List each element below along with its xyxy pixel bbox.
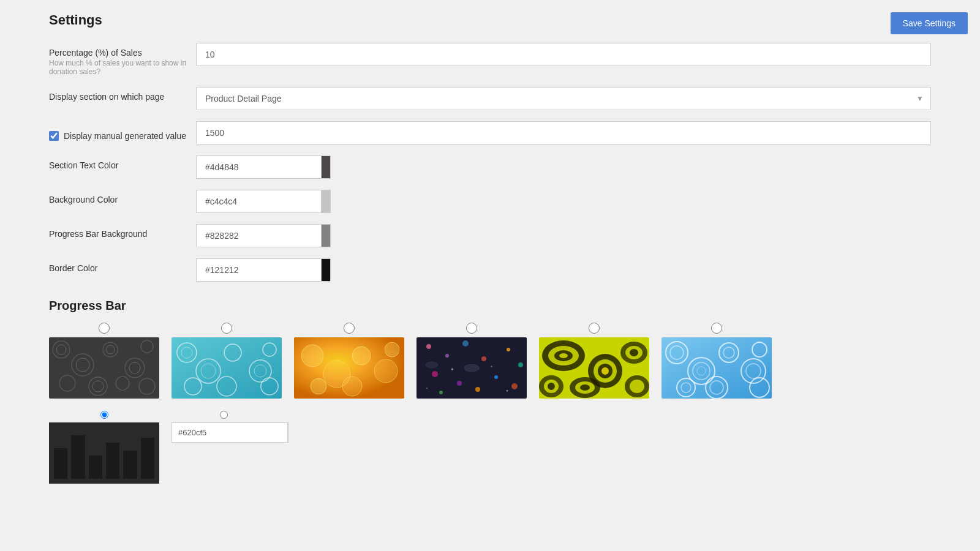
section-text-color-swatch[interactable] xyxy=(321,156,331,179)
pb-image-1 xyxy=(49,337,159,399)
background-color-label: Background Color xyxy=(49,195,196,204)
svg-point-47 xyxy=(475,387,480,392)
percentage-label: Percentage (%) of Sales xyxy=(49,48,196,58)
manual-value-row: Display manual generated value xyxy=(49,121,931,144)
svg-point-46 xyxy=(439,391,443,394)
display-section-select[interactable]: Product Detail Page Cart Page Checkout P… xyxy=(196,87,931,110)
yellow-swirl-icon xyxy=(539,337,649,399)
svg-point-43 xyxy=(457,381,462,386)
svg-point-53 xyxy=(426,362,438,368)
teal-bubbles-icon xyxy=(172,337,282,399)
svg-point-30 xyxy=(352,347,371,365)
pb-image-3 xyxy=(294,337,404,399)
bar-3 xyxy=(89,455,102,479)
svg-point-42 xyxy=(432,371,438,377)
pb-image-6 xyxy=(662,337,772,399)
pb-option-4: ✦ ✦ ✦ ✦ xyxy=(417,323,527,399)
pb-radio-5[interactable] xyxy=(589,323,600,334)
pb-radio-4[interactable] xyxy=(466,323,477,334)
svg-point-38 xyxy=(462,340,469,347)
svg-text:✦: ✦ xyxy=(490,365,493,369)
pb-radio-3[interactable] xyxy=(344,323,355,334)
background-color-swatch[interactable] xyxy=(321,190,331,213)
background-color-row: Background Color xyxy=(49,190,931,213)
svg-point-52 xyxy=(464,364,479,372)
display-section-row: Display section on which page Product De… xyxy=(49,87,931,110)
svg-point-58 xyxy=(559,353,568,358)
svg-point-31 xyxy=(374,359,398,383)
svg-point-33 xyxy=(342,377,362,396)
percentage-input[interactable] xyxy=(196,43,931,66)
manual-value-input[interactable] xyxy=(196,121,931,144)
border-color-row: Border Color xyxy=(49,258,931,282)
pb-radio-6[interactable] xyxy=(711,323,722,334)
pb-option-6 xyxy=(662,323,772,399)
section-text-color-input[interactable] xyxy=(196,156,321,179)
background-color-input[interactable] xyxy=(196,190,321,213)
progress-bar-bg-swatch[interactable] xyxy=(321,224,331,247)
progress-bar-options-grid: ✦ ✦ ✦ ✦ xyxy=(49,323,931,399)
blue-bubbles-icon xyxy=(662,337,772,399)
progress-bar-section: ✦ ✦ ✦ ✦ xyxy=(49,323,931,484)
svg-rect-74 xyxy=(662,337,772,399)
section-text-color-label: Section Text Color xyxy=(49,160,196,170)
svg-point-45 xyxy=(511,383,518,389)
gold-bubbles-icon xyxy=(294,337,404,399)
progress-bar-bg-input[interactable] xyxy=(196,224,321,247)
manual-value-checkbox[interactable] xyxy=(49,131,59,141)
svg-point-34 xyxy=(385,342,399,357)
pb-option-1 xyxy=(49,323,159,399)
pb-option-8 xyxy=(172,411,276,443)
pb-image-4: ✦ ✦ ✦ ✦ xyxy=(417,337,527,399)
bar-2 xyxy=(71,435,85,479)
percentage-sublabel: How much % of sales you want to show in … xyxy=(49,59,196,76)
bar-5 xyxy=(123,451,137,479)
section-text-color-row: Section Text Color xyxy=(49,156,931,179)
svg-text:✦: ✦ xyxy=(450,367,454,372)
progress-bar-bottom-row xyxy=(49,411,931,484)
svg-point-41 xyxy=(518,362,523,367)
svg-point-36 xyxy=(426,344,431,349)
pb-image-7 xyxy=(49,422,159,484)
svg-point-65 xyxy=(630,349,638,356)
pb-option-2 xyxy=(172,323,282,399)
pb-color-swatch[interactable] xyxy=(287,422,288,443)
svg-point-68 xyxy=(548,383,555,390)
pb-option-5 xyxy=(539,323,649,399)
page-title: Settings xyxy=(49,12,931,28)
pb-radio-2[interactable] xyxy=(221,323,232,334)
display-section-label: Display section on which page xyxy=(49,92,196,102)
border-color-label: Border Color xyxy=(49,263,196,273)
dark-bubbles-icon xyxy=(49,337,159,399)
manual-value-label[interactable]: Display manual generated value xyxy=(49,126,196,141)
dark-floral-icon: ✦ ✦ ✦ ✦ xyxy=(417,337,527,399)
svg-point-44 xyxy=(494,375,498,379)
svg-text:✦: ✦ xyxy=(505,389,509,393)
save-settings-button[interactable]: Save Settings xyxy=(891,12,968,34)
pb-radio-7[interactable] xyxy=(100,411,108,419)
border-color-input[interactable] xyxy=(196,258,321,282)
svg-point-39 xyxy=(481,356,486,361)
svg-point-32 xyxy=(311,378,326,394)
bar-1 xyxy=(54,448,67,479)
progress-bar-bg-row: Progress Bar Background xyxy=(49,224,931,247)
svg-point-37 xyxy=(445,354,449,358)
svg-point-28 xyxy=(301,345,323,367)
progress-bar-bg-label: Progress Bar Background xyxy=(49,229,196,239)
pb-image-2 xyxy=(172,337,282,399)
pb-color-input[interactable] xyxy=(172,422,287,443)
svg-point-62 xyxy=(601,367,609,375)
bar-4 xyxy=(106,443,119,479)
bar-6 xyxy=(141,438,154,479)
pb-image-5 xyxy=(539,337,649,399)
svg-rect-0 xyxy=(49,337,159,399)
svg-point-40 xyxy=(507,348,510,351)
border-color-swatch[interactable] xyxy=(321,258,331,282)
progress-bar-title: Progress Bar xyxy=(49,299,931,313)
pb-radio-8[interactable] xyxy=(220,411,228,419)
pb-option-7 xyxy=(49,411,159,484)
svg-point-73 xyxy=(630,380,644,393)
page-container: Save Settings Settings Percentage (%) of… xyxy=(0,0,980,551)
pb-radio-1[interactable] xyxy=(99,323,110,334)
svg-text:✦: ✦ xyxy=(426,386,428,390)
